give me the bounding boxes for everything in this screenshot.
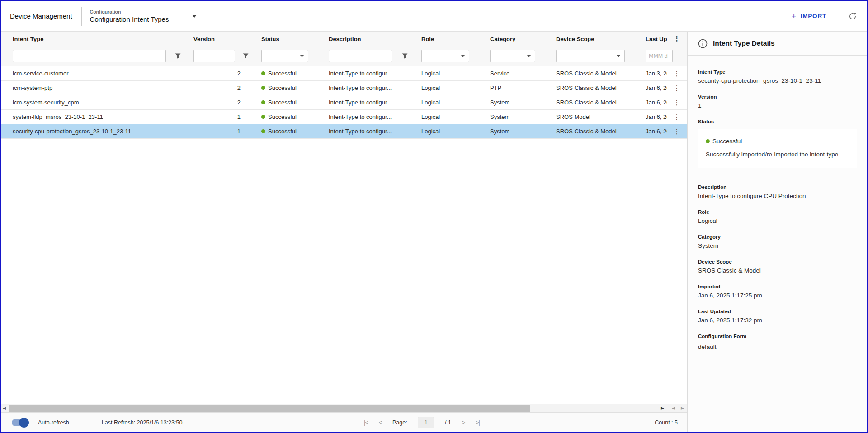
cell-version: 1 bbox=[186, 113, 254, 120]
auto-refresh-toggle[interactable] bbox=[12, 419, 28, 426]
plus-icon: + bbox=[792, 12, 797, 20]
detail-field-last-updated: Last Updated Jan 6, 2025 1:17:32 pm bbox=[698, 309, 857, 324]
intent-types-table: Intent Type Version Status Description R… bbox=[1, 32, 687, 432]
cell-role: Logical bbox=[415, 128, 482, 135]
table-row[interactable]: system-lldp_msros_23-10-1_23-11 1 Succes… bbox=[1, 110, 687, 124]
filter-funnel-icon[interactable] bbox=[243, 53, 249, 59]
row-actions-kebab-icon[interactable]: ⋮ bbox=[674, 84, 680, 92]
detail-field-device-scope: Device Scope SROS Classic & Model bbox=[698, 259, 857, 274]
cell-version: 1 bbox=[186, 128, 254, 135]
details-panel-header: Intent Type Details bbox=[688, 32, 867, 56]
cell-category: System bbox=[482, 128, 549, 135]
horizontal-scrollbar[interactable]: ◀ ▶ ◀ ▶ bbox=[1, 404, 687, 412]
cell-role: Logical bbox=[415, 99, 482, 106]
column-scroll-right-icon[interactable]: ▶ bbox=[681, 404, 684, 412]
pagination: |< < Page: / 1 > >| bbox=[364, 413, 480, 432]
cell-status: Successful bbox=[254, 128, 322, 135]
cell-category: Service bbox=[482, 70, 549, 77]
filter-input-description[interactable] bbox=[329, 50, 392, 62]
status-success-dot bbox=[706, 139, 710, 143]
status-success-dot bbox=[261, 129, 265, 133]
column-header-role[interactable]: Role bbox=[415, 36, 482, 42]
column-header-status[interactable]: Status bbox=[254, 36, 322, 42]
cell-role: Logical bbox=[415, 85, 482, 91]
cell-role: Logical bbox=[415, 113, 482, 120]
view-selector-dropdown[interactable]: Configuration Configuration Intent Types bbox=[90, 9, 197, 23]
column-header-last-updated[interactable]: Last Updated bbox=[638, 36, 667, 42]
column-header-version[interactable]: Version bbox=[186, 36, 254, 42]
scroll-right-icon[interactable]: ▶ bbox=[661, 404, 664, 412]
cell-intent-type: icm-service-customer bbox=[1, 70, 186, 77]
filter-select-device-scope[interactable] bbox=[556, 50, 625, 62]
detail-field-role: Role Logical bbox=[698, 209, 857, 224]
column-header-intent-type[interactable]: Intent Type bbox=[1, 36, 186, 42]
cell-status: Successful bbox=[254, 85, 322, 91]
chevron-down-icon bbox=[300, 55, 304, 57]
column-header-description[interactable]: Description bbox=[322, 36, 415, 42]
row-actions-kebab-icon[interactable]: ⋮ bbox=[674, 99, 680, 106]
cell-version: 2 bbox=[186, 99, 254, 106]
column-scroll-left-icon[interactable]: ◀ bbox=[672, 404, 675, 412]
chevron-down-icon bbox=[461, 55, 465, 57]
table-row[interactable]: icm-system-ptp 2 Successful Intent-Type … bbox=[1, 81, 687, 95]
detail-field-version: Version 1 bbox=[698, 94, 857, 109]
filter-funnel-icon[interactable] bbox=[175, 53, 181, 59]
refresh-button[interactable] bbox=[848, 12, 857, 21]
import-button[interactable]: + IMPORT bbox=[792, 12, 826, 20]
cell-category: System bbox=[482, 99, 549, 106]
previous-page-button[interactable]: < bbox=[379, 419, 382, 426]
cell-last-updated: Jan 6, 20 bbox=[638, 113, 667, 120]
cell-last-updated: Jan 6, 20 bbox=[638, 85, 667, 91]
scrollbar-thumb[interactable] bbox=[9, 405, 530, 412]
cell-status: Successful bbox=[254, 113, 322, 120]
table-footer-bar: Auto-refresh Last Refresh: 2025/1/6 13:2… bbox=[1, 412, 687, 432]
column-header-device-scope[interactable]: Device Scope bbox=[549, 36, 638, 42]
cell-device-scope: SROS Classic & Model bbox=[549, 128, 638, 135]
cell-intent-type: icm-system-security_cpm bbox=[1, 99, 186, 106]
row-actions-kebab-icon[interactable]: ⋮ bbox=[674, 70, 680, 77]
page-label: Page: bbox=[392, 419, 407, 426]
cell-role: Logical bbox=[415, 70, 482, 77]
details-panel-title: Intent Type Details bbox=[713, 39, 775, 47]
filter-input-version[interactable] bbox=[193, 50, 235, 62]
cell-version: 2 bbox=[186, 85, 254, 91]
main-content: Intent Type Version Status Description R… bbox=[1, 32, 867, 432]
cell-last-updated: Jan 3, 20 bbox=[638, 70, 667, 77]
cell-status: Successful bbox=[254, 99, 322, 106]
first-page-button[interactable]: |< bbox=[364, 419, 368, 426]
chevron-down-icon bbox=[527, 55, 531, 57]
row-actions-kebab-icon[interactable]: ⋮ bbox=[674, 113, 680, 121]
table-options-kebab-icon[interactable]: ⋮ bbox=[674, 35, 680, 42]
cell-category: System bbox=[482, 113, 549, 120]
filter-input-last-updated[interactable] bbox=[646, 50, 673, 62]
page-total: / 1 bbox=[445, 419, 451, 426]
column-header-category[interactable]: Category bbox=[482, 36, 549, 42]
cell-description: Intent-Type to configur... bbox=[322, 113, 415, 120]
intent-type-details-panel: Intent Type Details Intent Type security… bbox=[687, 32, 867, 432]
chevron-down-icon bbox=[617, 55, 620, 57]
scroll-left-icon[interactable]: ◀ bbox=[3, 404, 6, 412]
cell-last-updated: Jan 6, 20 bbox=[638, 128, 667, 135]
status-message: Successfully imported/re-imported the in… bbox=[706, 151, 849, 158]
table-row[interactable]: icm-system-security_cpm 2 Successful Int… bbox=[1, 95, 687, 110]
row-actions-kebab-icon[interactable]: ⋮ bbox=[674, 127, 680, 135]
cell-description: Intent-Type to configur... bbox=[322, 85, 415, 91]
table-row-selected[interactable]: security-cpu-protection_gsros_23-10-1_23… bbox=[1, 124, 687, 139]
device-management-window: Device Management Configuration Configur… bbox=[0, 0, 868, 433]
table-header-row: Intent Type Version Status Description R… bbox=[1, 32, 687, 46]
cell-intent-type: system-lldp_msros_23-10-1_23-11 bbox=[1, 113, 186, 120]
filter-input-intent-type[interactable] bbox=[13, 50, 166, 62]
last-page-button[interactable]: >| bbox=[476, 419, 480, 426]
table-row[interactable]: icm-service-customer 2 Successful Intent… bbox=[1, 66, 687, 81]
detail-field-status: Status Successful Successfully imported/… bbox=[698, 119, 857, 168]
filter-select-role[interactable] bbox=[421, 50, 469, 62]
filter-select-status[interactable] bbox=[261, 50, 308, 62]
detail-field-imported: Imported Jan 6, 2025 1:17:25 pm bbox=[698, 284, 857, 299]
next-page-button[interactable]: > bbox=[462, 419, 465, 426]
view-selector-value: Configuration Intent Types bbox=[90, 15, 169, 23]
filter-select-category[interactable] bbox=[490, 50, 535, 62]
page-number-input[interactable] bbox=[418, 417, 434, 428]
status-success-dot bbox=[261, 71, 265, 75]
cell-device-scope: SROS Classic & Model bbox=[549, 85, 638, 91]
filter-funnel-icon[interactable] bbox=[402, 53, 408, 59]
